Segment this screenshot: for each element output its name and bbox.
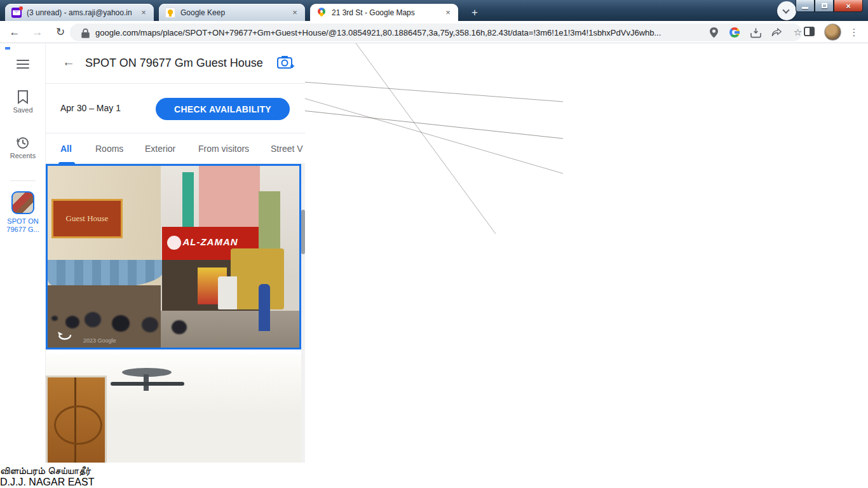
photo-thumbnail-interior[interactable] <box>46 354 301 463</box>
google-maps-icon <box>316 8 327 18</box>
tab-title: Google Keep <box>180 8 285 17</box>
profile-avatar[interactable] <box>824 24 841 41</box>
tab-close-icon[interactable]: × <box>139 8 149 18</box>
photo-thumbnail-street[interactable]: Guest House AL-ZAMAN 2023 Google <box>46 164 301 349</box>
google-g-icon[interactable] <box>729 27 740 37</box>
share-icon[interactable] <box>771 27 782 38</box>
tab-title: 21 3rd St - Google Maps <box>332 8 438 17</box>
recent-place-label[interactable]: SPOT ON 79677 G... <box>0 217 46 234</box>
new-tab-button[interactable]: + <box>466 5 483 20</box>
photo-category-tabs: All Rooms Exterior From visitors Street … <box>46 133 305 164</box>
browser-reload-button[interactable]: ↻ <box>52 24 69 41</box>
restore-icon <box>822 3 827 8</box>
tab-from-visitors[interactable]: From visitors <box>198 144 249 154</box>
tamil-wall-text: விளம்பரம் செய்யாதீர் <box>0 465 868 477</box>
minimize-icon <box>802 7 808 9</box>
bookmark-star-icon[interactable]: ☆ <box>792 27 803 38</box>
booking-row: Apr 30 – May 1 CHECK AVAILABILITY <box>46 84 305 133</box>
sidebar-item-saved[interactable]: Saved <box>0 90 46 114</box>
lock-icon <box>80 28 91 39</box>
location-pin-icon[interactable] <box>709 27 719 38</box>
tab-street-view[interactable]: Street V <box>271 144 303 154</box>
browser-tab-google-maps[interactable]: 21 3rd St - Google Maps × <box>310 4 458 21</box>
maps-content: Saved Recents SPOT ON 79677 G... ← SP <box>0 43 868 463</box>
place-title: SPOT ON 79677 Gm Guest House <box>85 57 263 70</box>
place-photos-panel: ← SPOT ON 79677 Gm Guest House Apr 30 – … <box>46 43 305 463</box>
panel-scrollbar[interactable] <box>301 164 305 463</box>
tab-exterior[interactable]: Exterior <box>145 144 175 154</box>
photo1-watermark: 2023 Google <box>83 337 116 344</box>
browser-toolbar: ← → ↻ google.com/maps/place/SPOT+ON+7967… <box>0 21 868 43</box>
chevron-down-icon <box>782 6 789 13</box>
pano-360-icon <box>57 330 73 341</box>
panel-header: ← SPOT ON 79677 Gm Guest House <box>46 43 305 84</box>
google-keep-icon <box>165 8 175 18</box>
yahoo-mail-icon <box>11 8 22 18</box>
browser-tab-google-keep[interactable]: Google Keep × <box>159 4 305 21</box>
recent-place-thumbnail[interactable] <box>11 191 34 214</box>
window-controls: × <box>796 0 863 12</box>
rail-divider <box>10 180 36 181</box>
saved-label: Saved <box>13 106 32 114</box>
browser-tab-yahoo-mail[interactable]: (3 unread) - ams.raji@yahoo.in - × <box>5 4 154 21</box>
tab-all[interactable]: All <box>60 144 72 154</box>
url-text: google.com/maps/place/SPOT+ON+79677+Gm+G… <box>95 28 661 37</box>
check-availability-button[interactable]: CHECK AVAILABILITY <box>156 98 290 120</box>
date-range: Apr 30 – May 1 <box>60 103 121 113</box>
scrollbar-thumb[interactable] <box>301 210 305 254</box>
side-panel-icon[interactable] <box>804 27 815 36</box>
recents-clock-icon <box>16 136 30 150</box>
install-download-icon[interactable] <box>750 27 761 38</box>
address-bar[interactable]: google.com/maps/place/SPOT+ON+79677+Gm+G… <box>70 24 802 41</box>
sidebar-item-recents[interactable]: Recents <box>0 136 46 159</box>
window-minimize-button[interactable] <box>796 0 815 12</box>
browser-tab-strip: (3 unread) - ams.raji@yahoo.in - × Googl… <box>0 0 868 21</box>
screen: (3 unread) - ams.raji@yahoo.in - × Googl… <box>0 0 868 488</box>
guest-house-sign: Guest House <box>51 199 123 238</box>
browser-forward-button[interactable]: → <box>29 24 46 41</box>
tab-close-icon[interactable]: × <box>290 8 300 18</box>
window-restore-button[interactable] <box>815 0 834 12</box>
tab-search-button[interactable] <box>777 1 796 20</box>
main-menu-icon[interactable] <box>17 60 29 69</box>
panel-back-button[interactable]: ← <box>60 55 78 72</box>
street-name-sign: D.J.J. NAGAR EAST BLOCK 1st STREET <box>0 477 868 488</box>
window-close-button[interactable]: × <box>834 0 863 12</box>
maps-left-rail: Saved Recents SPOT ON 79677 G... <box>0 43 46 463</box>
add-photo-camera-icon[interactable] <box>277 55 295 70</box>
tab-title: (3 unread) - ams.raji@yahoo.in - <box>27 8 133 17</box>
browser-back-button[interactable]: ← <box>6 24 23 41</box>
recents-label: Recents <box>10 152 36 159</box>
bookmark-icon <box>17 90 29 104</box>
tab-close-icon[interactable]: × <box>443 8 453 18</box>
tab-rooms[interactable]: Rooms <box>95 144 123 154</box>
browser-menu-icon[interactable]: ⋮ <box>848 24 860 41</box>
